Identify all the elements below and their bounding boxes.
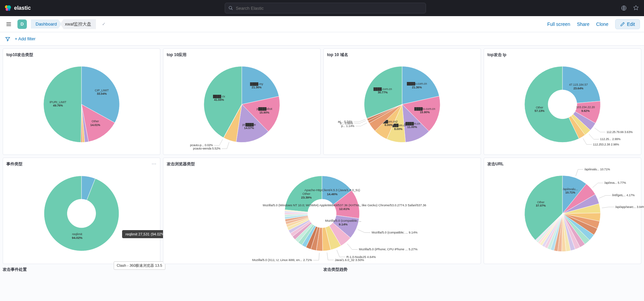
tooltip-reqlimit: reqlimit 27,531 (94.02%) — [122, 230, 169, 238]
svg-text:57.13%: 57.13% — [535, 109, 545, 113]
panel-title: top 10应用 — [167, 52, 317, 58]
svg-text:/api/evalu...: /api/evalu... — [563, 187, 578, 191]
svg-text:9.14%: 9.14% — [339, 223, 348, 226]
svg-text:Mozilla/5.0 (Windows NT 10.0; : Mozilla/5.0 (Windows NT 10.0; WOW64) App… — [263, 204, 426, 207]
nav-toggle-button[interactable] — [4, 19, 13, 29]
breadcrumb-app[interactable]: Dashboard — [31, 19, 62, 29]
svg-text:23.64%: 23.64% — [574, 87, 584, 90]
panel-event-type: 事件类型 ⋯ reqlimit 27,531 (94.02%) reqlimit… — [3, 158, 160, 264]
share-link[interactable]: Share — [577, 22, 589, 27]
svg-text:CIP_LIMIT: CIP_LIMIT — [95, 89, 109, 92]
svg-text:████.com.cn: ████.com.cn — [373, 87, 392, 91]
svg-text:8.00%: 8.00% — [394, 127, 402, 131]
saved-check-icon: ✓ — [102, 22, 106, 27]
fullscreen-link[interactable]: Full screen — [547, 22, 570, 27]
edit-button[interactable]: Edit — [615, 19, 640, 29]
panel-top-attack-ip: top攻击 Ip Other57.13%47.115.184.5723.64%1… — [484, 48, 641, 155]
panel-top10-attack-type: top10攻击类型 IPURI_LIMIT49.76%CIP_LIMIT33.0… — [3, 48, 160, 155]
elastic-icon — [4, 4, 11, 12]
filter-bar: + Add filter — [0, 32, 644, 46]
panel-title: top 10 域名 — [327, 52, 477, 58]
svg-text:████-zx: ████-zx — [213, 95, 225, 98]
pie-chart[interactable]: ████-zx41.55%████-my21.36%p████obot15.90… — [167, 60, 317, 151]
search-input[interactable] — [236, 6, 422, 11]
filter-options-icon[interactable] — [4, 35, 11, 43]
svg-text:11.00%: 11.00% — [407, 125, 417, 129]
breadcrumb-page: xwaf监控大盘 — [60, 19, 96, 29]
svg-text:103.234.22.20: 103.234.22.20 — [576, 105, 595, 109]
svg-point-3 — [8, 8, 10, 11]
svg-text:9.62%: 9.62% — [581, 109, 590, 113]
global-header: elastic — [0, 0, 644, 16]
svg-text:33.04%: 33.04% — [97, 92, 107, 95]
svg-text:Other: Other — [92, 120, 99, 123]
svg-text:/api/eva...  5.77%: /api/eva... 5.77% — [604, 181, 626, 184]
next-row-titles: 攻击事件处置 攻击类型趋势 — [0, 267, 644, 272]
panel-attack-browser: 攻击浏览器类型 Other23.39%Apache-HttpClient/4.5… — [163, 158, 481, 264]
svg-text:v████m.cn: v████m.cn — [404, 122, 420, 126]
panel-title: top10攻击类型 — [6, 52, 157, 58]
svg-text:IPURI_LIMIT: IPURI_LIMIT — [50, 100, 67, 104]
svg-text:reqlimit: reqlimit — [72, 232, 82, 236]
hamburger-icon — [6, 21, 12, 27]
donut-chart[interactable]: reqlimit 27,531 (94.02%) reqlimit94.02% — [6, 170, 157, 260]
clone-link[interactable]: Clone — [596, 22, 608, 27]
global-search[interactable] — [225, 3, 426, 13]
panel-top10-domain: top 10 域名 ████.com.cn30.77%████o.com.cn2… — [323, 48, 481, 155]
panel-attack-url: 攻击URL Other37.07%/api/evalu...10.71%/api… — [484, 158, 641, 264]
svg-text:112.25...  2.99%: 112.25... 2.99% — [600, 137, 621, 141]
svg-text:30.77%: 30.77% — [378, 91, 388, 94]
svg-text:15.90%: 15.90% — [420, 111, 430, 114]
breadcrumb: Dashboard xwaf监控大盘 — [31, 19, 96, 29]
help-icon[interactable] — [632, 4, 640, 12]
svg-text:/api/app/searc...  3.94%: /api/app/searc... 3.94% — [615, 205, 644, 209]
svg-text:/intf/getL...  4.17%: /intf/getL... 4.17% — [612, 194, 635, 197]
svg-text:112.253.2.38  2.98%: 112.253.2.38 2.98% — [593, 143, 619, 146]
svg-text:47.115.184.57: 47.115.184.57 — [569, 83, 588, 86]
app-subheader: D Dashboard xwaf监控大盘 ✓ Full screen Share… — [0, 16, 644, 32]
svg-text:Mozilla/5.0 (compatible; ...  : Mozilla/5.0 (compatible; ... 9.14% — [372, 231, 418, 234]
pie-chart[interactable]: ████.com.cn30.77%████o.com.cn21.36%████t… — [327, 60, 477, 151]
edit-label: Edit — [627, 22, 635, 27]
svg-text:████to.com.cn: ████to.com.cn — [414, 107, 435, 111]
svg-text:6.00%: 6.00% — [385, 123, 393, 127]
pie-chart[interactable]: Other37.07%/api/evalu...10.71%/api/evalu… — [487, 170, 638, 260]
space-avatar[interactable]: D — [17, 19, 27, 29]
panel-top10-app: top 10应用 ████-zx41.55%████-my21.36%p████… — [163, 48, 321, 155]
svg-text:Other: Other — [303, 192, 310, 196]
panel-options-icon[interactable]: ⋯ — [152, 161, 157, 167]
svg-text:pcauto-p...  0.02%: pcauto-p... 0.02% — [190, 143, 213, 147]
brand-text: elastic — [14, 5, 31, 11]
svg-text:23.39%: 23.39% — [301, 196, 312, 199]
svg-text:Mozilla/5.0 (X11; U; Linux i68: Mozilla/5.0 (X11; U; Linux i686; en... 2… — [252, 258, 312, 262]
svg-text:15.90%: 15.90% — [260, 111, 270, 114]
svg-text:94.02%: 94.02% — [72, 236, 83, 240]
svg-text:ac...  0.24%: ac... 0.24% — [338, 120, 353, 123]
svg-text:21.36%: 21.36% — [252, 86, 262, 89]
donut-chart[interactable]: Other23.39%Apache-HttpClient/4.5.3 (Java… — [167, 170, 477, 260]
dashboard-grid: top10攻击类型 IPURI_LIMIT49.76%CIP_LIMIT33.0… — [0, 46, 644, 267]
svg-text:37.07%: 37.07% — [536, 204, 546, 207]
donut-chart[interactable]: Other57.13%47.115.184.5723.64%103.234.22… — [487, 60, 638, 151]
svg-text:████o.com.cn: ████o.com.cn — [407, 82, 427, 86]
elastic-logo[interactable]: elastic — [4, 4, 31, 12]
svg-text:49.76%: 49.76% — [53, 104, 63, 107]
add-filter-link[interactable]: + Add filter — [15, 36, 36, 41]
svg-point-4 — [229, 6, 232, 9]
svg-text:pc████w: pc████w — [243, 123, 256, 127]
pencil-icon — [620, 22, 625, 27]
svg-text:Mozilla/5.0 (compatible; ...: Mozilla/5.0 (compatible; ... — [325, 219, 361, 222]
svg-text:pcauto-wenda  5.52%: pcauto-wenda 5.52% — [193, 147, 221, 150]
pie-chart[interactable]: IPURI_LIMIT49.76%CIP_LIMIT33.04%Other14.… — [6, 60, 157, 151]
svg-text:21.36%: 21.36% — [412, 86, 422, 89]
svg-text:Other: Other — [537, 201, 544, 204]
panel-title: top攻击 Ip — [487, 52, 638, 58]
newsfeed-icon[interactable] — [620, 4, 628, 12]
panel-title-stub: 攻击类型趋势 — [323, 267, 481, 272]
panel-title: 攻击浏览器类型 — [167, 161, 477, 167]
svg-text:12.61%: 12.61% — [339, 207, 350, 211]
svg-text:112.25.79.66  3.63%: 112.25.79.66 3.63% — [606, 130, 633, 134]
svg-text:14.01%: 14.01% — [90, 123, 100, 127]
svg-text:████-my: ████-my — [250, 82, 264, 86]
svg-text:41.55%: 41.55% — [214, 98, 224, 101]
